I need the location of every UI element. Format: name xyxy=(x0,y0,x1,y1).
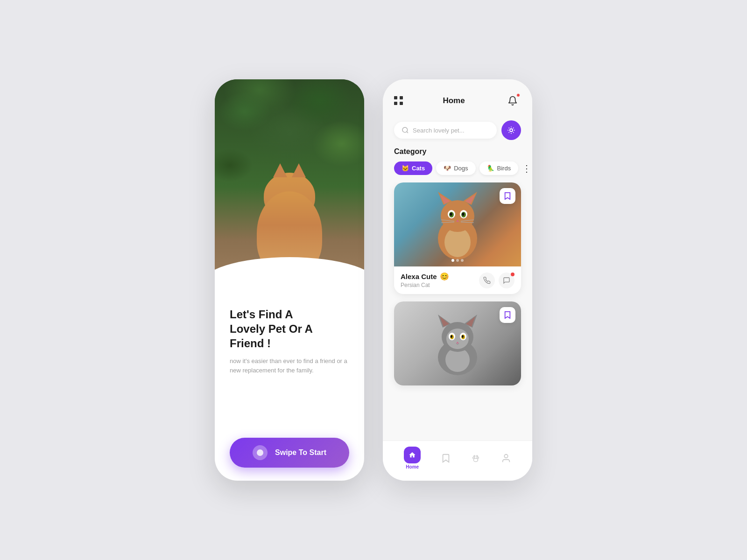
pet-card-image-wrapper-2 xyxy=(394,301,521,385)
category-chip-cats[interactable]: 🐱 Cats xyxy=(394,161,432,175)
bell-icon xyxy=(507,96,518,106)
pet-card-image-wrapper xyxy=(394,182,521,266)
cat-body xyxy=(257,191,322,275)
svg-point-14 xyxy=(450,213,452,216)
home-screen: Home Search lovely pet... Category xyxy=(383,79,532,481)
filter-icon xyxy=(507,126,515,134)
category-chip-birds[interactable]: 🦜 Birds xyxy=(479,161,519,175)
svg-line-1 xyxy=(407,132,408,133)
hero-image xyxy=(215,79,364,294)
pet-card-info: Alexa Cute 😊 Persian Cat xyxy=(394,266,521,294)
svg-point-2 xyxy=(510,129,513,132)
bird-chip-emoji: 🦜 xyxy=(487,165,494,172)
nav-saved[interactable] xyxy=(441,453,451,463)
more-categories-button[interactable]: ⋮ xyxy=(522,163,532,174)
dog-chip-label: Dogs xyxy=(454,165,468,172)
pet-breed: Persian Cat xyxy=(401,282,449,288)
swipe-handle-inner xyxy=(257,449,263,456)
swipe-handle xyxy=(253,445,268,460)
swipe-button-label: Swipe To Start xyxy=(275,448,326,457)
bookmark-icon-2 xyxy=(504,311,511,319)
page-title: Home xyxy=(443,96,465,105)
onboarding-screen: Let's Find A Lovely Pet Or A Friend ! no… xyxy=(215,79,364,481)
pet-name-emoji: 😊 xyxy=(440,272,449,281)
chat-icon xyxy=(503,277,510,284)
home-nav-icon xyxy=(404,447,421,463)
grid-icon[interactable] xyxy=(394,96,403,105)
dog-chip-emoji: 🐶 xyxy=(444,165,451,172)
category-chip-dogs[interactable]: 🐶 Dogs xyxy=(436,161,475,175)
pet-card-grey xyxy=(394,301,521,385)
pet-name: Alexa Cute xyxy=(401,273,437,280)
nav-pets[interactable] xyxy=(471,453,481,463)
svg-point-39 xyxy=(474,455,475,457)
message-button[interactable] xyxy=(499,273,514,288)
bookmark-button-1[interactable] xyxy=(500,188,515,204)
cat-ear-left xyxy=(273,163,287,177)
orange-cat-svg xyxy=(430,187,486,262)
svg-point-34 xyxy=(462,335,464,338)
swipe-to-start-button[interactable]: Swipe To Start xyxy=(230,438,349,468)
svg-point-41 xyxy=(504,454,507,457)
cat-chip-emoji: 🐱 xyxy=(402,165,409,172)
pet-card-alexa: Alexa Cute 😊 Persian Cat xyxy=(394,182,521,294)
nav-home[interactable]: Home xyxy=(404,447,421,469)
bookmark-nav-icon xyxy=(441,453,451,463)
notification-button[interactable] xyxy=(504,92,521,109)
image-dots xyxy=(451,259,464,262)
pet-cards-list: Alexa Cute 😊 Persian Cat xyxy=(383,182,532,441)
svg-point-0 xyxy=(402,127,408,133)
filter-button[interactable] xyxy=(501,120,521,140)
message-badge xyxy=(511,273,514,276)
category-row: 🐱 Cats 🐶 Dogs 🦜 Birds ⋮ xyxy=(383,161,532,182)
bookmark-button-2[interactable] xyxy=(500,307,515,323)
svg-point-15 xyxy=(462,213,465,216)
notification-badge xyxy=(516,93,520,97)
pet-name-section: Alexa Cute 😊 Persian Cat xyxy=(401,272,449,288)
pet-card-actions xyxy=(479,273,514,288)
cat-illustration xyxy=(252,173,327,275)
grey-cat-svg xyxy=(430,311,486,376)
cat-chip-label: Cats xyxy=(412,165,425,172)
svg-point-40 xyxy=(477,455,478,457)
paw-nav-icon xyxy=(471,453,481,463)
phone-icon xyxy=(483,277,491,284)
nav-profile[interactable] xyxy=(501,453,511,463)
subtext: now it's easier than ever to find a frie… xyxy=(230,357,349,376)
bottom-nav: Home xyxy=(383,441,532,481)
cat-ear-right xyxy=(292,163,306,177)
svg-point-38 xyxy=(477,457,479,459)
search-bar[interactable]: Search lovely pet... xyxy=(394,122,497,139)
top-bar: Home xyxy=(383,79,532,117)
bookmark-icon xyxy=(504,192,511,200)
svg-point-33 xyxy=(451,335,452,338)
headline: Let's Find A Lovely Pet Or A Friend ! xyxy=(230,307,349,351)
svg-point-37 xyxy=(473,457,475,459)
profile-nav-icon xyxy=(501,453,511,463)
search-row: Search lovely pet... xyxy=(383,117,532,147)
onboarding-text: Let's Find A Lovely Pet Or A Friend ! no… xyxy=(230,307,349,391)
svg-point-5 xyxy=(441,200,474,232)
search-icon xyxy=(402,126,409,134)
onboarding-content: Let's Find A Lovely Pet Or A Friend ! no… xyxy=(215,294,364,481)
nav-home-label: Home xyxy=(406,464,419,469)
bird-chip-label: Birds xyxy=(497,165,511,172)
category-label: Category xyxy=(383,147,532,161)
search-placeholder: Search lovely pet... xyxy=(413,127,465,134)
call-button[interactable] xyxy=(479,273,495,288)
